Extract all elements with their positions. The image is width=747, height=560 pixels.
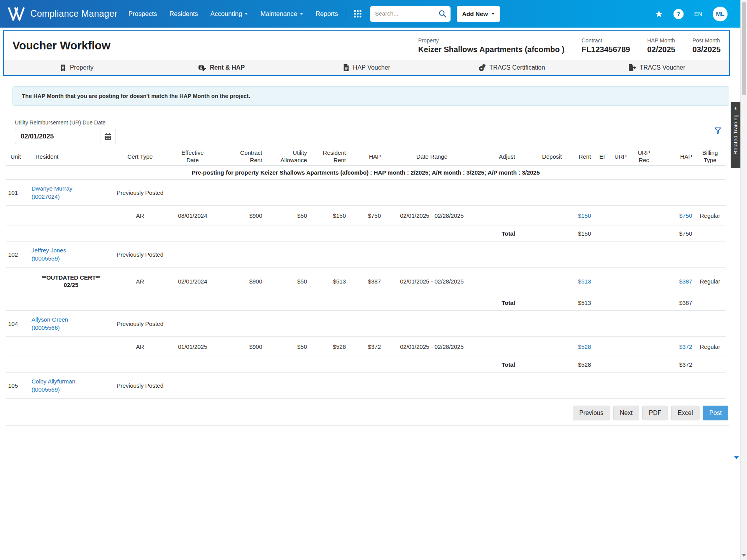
resident-id-link[interactable]: (t0005569)	[32, 385, 110, 394]
nav-item-residents[interactable]: Residents	[169, 10, 198, 18]
unit-number: 102	[6, 242, 29, 268]
hap-amount-link[interactable]: $387	[679, 278, 692, 285]
step-rent-hap[interactable]: $ Rent & HAP	[149, 60, 294, 75]
resident-cell: Jeffrey Jones (t0005559)	[29, 242, 113, 268]
hap-amount-link[interactable]: $372	[679, 343, 692, 350]
post-button[interactable]: Post	[703, 406, 728, 420]
previous-button[interactable]: Previous	[573, 406, 610, 420]
pdf-button[interactable]: PDF	[642, 406, 668, 420]
cert-type-value: AR	[113, 337, 167, 357]
apps-grid-icon[interactable]	[354, 10, 361, 18]
caret-down-icon	[491, 13, 494, 15]
step-label: Property	[70, 64, 93, 71]
content-divider	[6, 420, 729, 426]
total-row: Total $150 $750	[6, 226, 726, 242]
step-label: TRACS Certification	[489, 64, 545, 71]
rent-amount-link[interactable]: $150	[578, 212, 591, 219]
col-adjust: Adjust	[480, 147, 517, 166]
vertical-scrollbar[interactable]	[740, 0, 747, 560]
add-new-label: Add New	[462, 10, 488, 18]
add-new-button[interactable]: Add New	[457, 6, 500, 22]
property-info: Property Keizer Shallows Apartments (afc…	[418, 37, 565, 54]
next-button[interactable]: Next	[613, 406, 639, 420]
col-ei: EI	[593, 147, 611, 166]
resident-name-link[interactable]: Jeffrey Jones	[32, 246, 110, 254]
nav-right: ★ ? EN ML	[655, 7, 728, 21]
resident-name-link[interactable]: Allyson Green	[32, 315, 110, 324]
search-input[interactable]	[370, 6, 434, 21]
scroll-down-indicator[interactable]	[734, 456, 739, 459]
contract-label: Contract	[582, 37, 630, 44]
resident-rent-value: $513	[309, 268, 348, 295]
favorites-star-icon[interactable]: ★	[655, 9, 663, 19]
outdated-cert-month: 02/25	[32, 281, 110, 289]
nav-item-label: Residents	[169, 10, 198, 18]
col-resident-rent: Resident Rent	[309, 147, 348, 166]
col-rent: Rent	[564, 147, 593, 166]
hap-amount-link[interactable]: $750	[679, 212, 692, 219]
resident-cell: Colby Allyfurman (t0005569)	[29, 373, 113, 399]
app-root: Compliance Manager Prospects Residents A…	[0, 0, 747, 560]
ur-due-date-input[interactable]	[15, 129, 100, 144]
scrollbar-thumb[interactable]	[742, 2, 746, 95]
workflow-info: Property Keizer Shallows Apartments (afc…	[418, 37, 721, 54]
step-hap-voucher[interactable]: HAP Voucher	[294, 60, 439, 75]
col-contract-rent: Contract Rent	[218, 147, 265, 166]
utility-allowance-value: $50	[265, 268, 309, 295]
step-tracs-voucher[interactable]: TRACS Voucher	[584, 60, 729, 75]
filter-funnel-icon[interactable]	[714, 126, 722, 136]
top-nav: Compliance Manager Prospects Residents A…	[0, 0, 747, 28]
col-utility-allowance: Utility Allowance	[265, 147, 309, 166]
resident-id-link[interactable]: (t0005566)	[32, 324, 110, 332]
caret-down-icon	[300, 13, 303, 15]
nav-item-label: Prospects	[128, 10, 157, 18]
resident-cell: Dwanye Murray (t0027024)	[29, 180, 113, 206]
col-resident: Resident	[29, 147, 113, 166]
excel-button[interactable]: Excel	[671, 406, 700, 420]
effective-date-value: 02/01/2024	[167, 268, 218, 295]
rent-amount-link[interactable]: $513	[578, 278, 591, 285]
contract-rent-value: $900	[218, 206, 265, 226]
step-label: HAP Voucher	[353, 64, 390, 71]
nav-item-label: Accounting	[210, 10, 242, 18]
scrollbar-down-arrow-icon[interactable]	[742, 554, 746, 557]
col-unit: Unit	[6, 147, 29, 166]
brand[interactable]: Compliance Manager	[8, 7, 117, 21]
building-icon	[60, 64, 67, 72]
resident-id-link[interactable]: (t0027024)	[32, 192, 110, 201]
resident-name-link[interactable]: Colby Allyfurman	[32, 377, 110, 385]
chevron-left-icon: ‹	[735, 105, 737, 111]
col-billing-type: Billing Type	[694, 147, 726, 166]
total-hap-value: $372	[658, 357, 694, 373]
calendar-button[interactable]	[100, 129, 116, 144]
resident-id-link[interactable]: (t0005559)	[32, 254, 110, 262]
nav-item-reports[interactable]: Reports	[316, 10, 338, 18]
resident-name-link[interactable]: Dwanye Murray	[32, 184, 110, 192]
voucher-detail-row: AR 01/01/2025 $900 $50 $528 $372 02/01/2…	[6, 337, 726, 357]
total-hap-value: $387	[658, 295, 694, 311]
voucher-workflow-panel: Voucher Workflow Property Keizer Shallow…	[3, 30, 730, 76]
related-training-tab[interactable]: ‹ Related Training	[731, 102, 740, 168]
help-icon[interactable]: ?	[673, 9, 684, 19]
col-deposit: Deposit	[517, 147, 564, 166]
avatar[interactable]: ML	[713, 7, 728, 21]
logo-icon	[8, 7, 25, 21]
nav-item-accounting[interactable]: Accounting	[210, 10, 248, 18]
rent-amount-link[interactable]: $528	[578, 343, 591, 350]
status-text: Previously Posted	[113, 311, 167, 337]
calendar-icon	[104, 133, 112, 140]
step-tracs-certification[interactable]: TRACS Certification	[439, 60, 584, 75]
nav-item-maintenance[interactable]: Maintenance	[260, 10, 303, 18]
nav-item-prospects[interactable]: Prospects	[128, 10, 157, 18]
contract-rent-value: $900	[218, 337, 265, 357]
certification-badge-icon	[478, 64, 486, 72]
col-urp-rec: URP Rec	[630, 147, 658, 166]
step-label: Rent & HAP	[210, 64, 245, 71]
language-selector[interactable]: EN	[694, 10, 702, 17]
step-property[interactable]: Property	[4, 60, 149, 75]
hap-month-label: HAP Month	[647, 37, 675, 44]
search-icon[interactable]	[438, 10, 447, 19]
total-hap-value: $750	[658, 226, 694, 242]
outdated-cert-note: **OUTDATED CERT**	[32, 274, 110, 281]
col-hap-2: HAP	[658, 147, 694, 166]
